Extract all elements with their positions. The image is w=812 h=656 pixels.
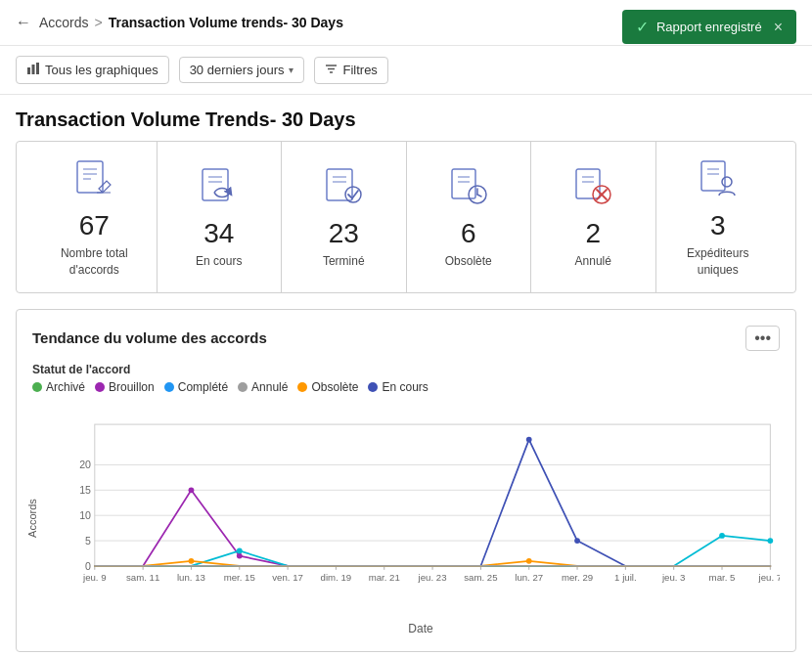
- svg-text:jeu. 3: jeu. 3: [661, 572, 686, 583]
- svg-rect-2: [36, 63, 39, 74]
- stat-card-2: 23 Terminé: [282, 142, 407, 292]
- legend-item-1: Brouillon: [95, 380, 155, 394]
- toast-text: Rapport enregistré: [656, 20, 762, 34]
- svg-point-77: [189, 487, 195, 493]
- legend-item-2: Complété: [164, 380, 228, 394]
- svg-text:10: 10: [79, 509, 91, 521]
- legend-item-3: Annulé: [238, 380, 288, 394]
- stat-label-0: Nombre total d'accords: [42, 245, 147, 279]
- date-range-button[interactable]: 30 derniers jours ▾: [179, 57, 305, 83]
- svg-text:lun. 13: lun. 13: [177, 572, 205, 583]
- svg-rect-30: [701, 161, 725, 191]
- filter-icon: [325, 63, 338, 78]
- chart-header: Tendance du volume des accords •••: [32, 326, 780, 351]
- breadcrumb-separator: >: [95, 15, 103, 30]
- date-range-label: 30 derniers jours: [190, 63, 285, 77]
- svg-text:lun. 27: lun. 27: [515, 572, 543, 583]
- svg-text:sam. 11: sam. 11: [126, 572, 159, 583]
- page-title: Transaction Volume Trends- 30 Days: [0, 95, 812, 141]
- legend-label-5: En cours: [382, 380, 428, 394]
- legend-title: Statut de l'accord: [32, 363, 780, 376]
- stat-label-5: Expéditeurs uniques: [666, 245, 771, 279]
- svg-text:mer. 15: mer. 15: [224, 572, 255, 583]
- chevron-down-icon: ▾: [289, 65, 293, 75]
- all-charts-button[interactable]: Tous les graphiques: [16, 56, 169, 84]
- filter-button[interactable]: Filtres: [314, 57, 387, 84]
- legend-dot-2: [164, 382, 174, 392]
- stat-card-5: 3 Expéditeurs uniques: [656, 142, 781, 292]
- filter-label: Filtres: [342, 63, 377, 77]
- stat-card-3: 6 Obsolète: [407, 142, 532, 292]
- svg-point-78: [237, 552, 243, 558]
- svg-text:mer. 29: mer. 29: [562, 572, 593, 583]
- svg-text:0: 0: [85, 559, 91, 571]
- stat-number-5: 3: [710, 210, 726, 241]
- toast-close-button[interactable]: ×: [774, 19, 783, 36]
- stat-number-1: 34: [203, 218, 234, 249]
- legend-item-4: Obsolète: [297, 380, 358, 394]
- all-charts-label: Tous les graphiques: [45, 63, 158, 77]
- svg-rect-18: [452, 169, 475, 198]
- stat-number-4: 2: [585, 218, 601, 249]
- toast-check-icon: ✓: [636, 18, 649, 36]
- svg-point-79: [237, 547, 243, 553]
- stat-icon-3: [443, 167, 494, 208]
- svg-point-81: [767, 538, 773, 544]
- stats-row: 67 Nombre total d'accords 34 En cours 23…: [16, 141, 796, 293]
- svg-text:15: 15: [79, 484, 91, 496]
- legend-container: Statut de l'accord ArchivéBrouillonCompl…: [32, 363, 780, 394]
- svg-rect-74: [95, 424, 771, 566]
- stat-icon-0: [68, 159, 119, 200]
- svg-point-82: [189, 557, 195, 563]
- svg-rect-24: [576, 169, 600, 198]
- svg-rect-1: [32, 65, 35, 74]
- svg-text:20: 20: [79, 459, 91, 470]
- legend-label-3: Annulé: [251, 380, 288, 394]
- chart-wrapper: Accords 05101520jeu. 9sam. 11lun. 13mer.…: [32, 402, 780, 635]
- back-button[interactable]: ←: [16, 14, 31, 31]
- svg-point-75: [526, 436, 532, 442]
- svg-point-83: [526, 557, 532, 563]
- legend-dot-1: [95, 382, 105, 392]
- stat-label-3: Obsolète: [445, 253, 492, 270]
- stat-number-2: 23: [329, 218, 359, 249]
- svg-text:mar. 21: mar. 21: [369, 572, 400, 583]
- breadcrumb-current: Transaction Volume trends- 30 Days: [109, 15, 343, 30]
- svg-rect-0: [27, 67, 30, 74]
- breadcrumb-home[interactable]: Accords: [39, 15, 89, 30]
- chart-icon: [26, 62, 40, 78]
- svg-text:ven. 17: ven. 17: [272, 572, 303, 583]
- stat-icon-1: [194, 167, 245, 208]
- legend-label-4: Obsolète: [311, 380, 358, 394]
- svg-point-80: [719, 533, 725, 539]
- stat-card-0: 67 Nombre total d'accords: [32, 142, 158, 292]
- svg-line-23: [477, 195, 481, 197]
- chart-svg: 05101520jeu. 9sam. 11lun. 13mer. 15ven. …: [62, 402, 780, 617]
- x-axis-label: Date: [62, 622, 780, 635]
- svg-text:dim. 19: dim. 19: [321, 572, 352, 583]
- legend-item-5: En cours: [368, 380, 428, 394]
- toolbar: Tous les graphiques 30 derniers jours ▾ …: [0, 46, 812, 95]
- stat-label-4: Annulé: [575, 253, 611, 270]
- chart-menu-button[interactable]: •••: [745, 326, 780, 351]
- legend-dot-3: [238, 382, 248, 392]
- stat-label-2: Terminé: [323, 253, 365, 270]
- legend-label-2: Complété: [178, 380, 228, 394]
- legend-label-1: Brouillon: [109, 380, 155, 394]
- toast-notification: ✓ Rapport enregistré ×: [622, 10, 796, 44]
- legend-item-0: Archivé: [32, 380, 85, 394]
- stat-icon-2: [318, 167, 369, 208]
- legend-label-0: Archivé: [46, 380, 85, 394]
- svg-text:5: 5: [85, 535, 91, 547]
- stat-label-1: En cours: [196, 253, 242, 270]
- stat-card-1: 34 En cours: [158, 142, 283, 292]
- legend-dot-4: [297, 382, 307, 392]
- legend-dot-0: [32, 382, 42, 392]
- stat-icon-5: [693, 159, 744, 200]
- chart-title: Tendance du volume des accords: [32, 329, 267, 346]
- svg-text:jeu. 7: jeu. 7: [758, 572, 780, 583]
- svg-text:jeu. 23: jeu. 23: [418, 572, 447, 583]
- svg-rect-11: [203, 169, 228, 200]
- legend-dot-5: [368, 382, 378, 392]
- svg-text:jeu. 9: jeu. 9: [82, 572, 107, 583]
